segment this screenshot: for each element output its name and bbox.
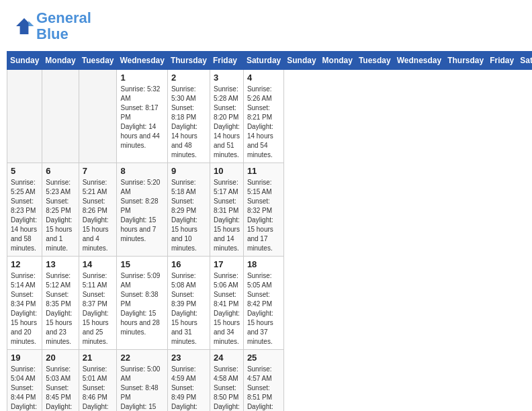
- calendar-cell: 19Sunrise: 5:04 AM Sunset: 8:44 PM Dayli…: [7, 350, 42, 411]
- day-number: 4: [247, 73, 280, 83]
- day-header-sunday: Sunday: [284, 52, 319, 70]
- day-header-friday: Friday: [210, 52, 243, 70]
- calendar-cell: 10Sunrise: 5:17 AM Sunset: 8:31 PM Dayli…: [210, 163, 243, 257]
- calendar-cell: 13Sunrise: 5:12 AM Sunset: 8:35 PM Dayli…: [42, 257, 79, 350]
- day-info: Sunrise: 5:11 AM Sunset: 8:37 PM Dayligh…: [83, 271, 114, 347]
- day-number: 17: [214, 259, 240, 269]
- calendar-week-2: 5Sunrise: 5:25 AM Sunset: 8:23 PM Daylig…: [7, 163, 533, 257]
- calendar-cell: 11Sunrise: 5:15 AM Sunset: 8:32 PM Dayli…: [243, 163, 283, 257]
- calendar-cell: 14Sunrise: 5:11 AM Sunset: 8:37 PM Dayli…: [79, 257, 117, 350]
- calendar-cell: 17Sunrise: 5:06 AM Sunset: 8:41 PM Dayli…: [210, 257, 243, 350]
- calendar-week-4: 19Sunrise: 5:04 AM Sunset: 8:44 PM Dayli…: [7, 350, 533, 411]
- day-info: Sunrise: 5:06 AM Sunset: 8:41 PM Dayligh…: [214, 271, 240, 347]
- calendar-cell: 7Sunrise: 5:21 AM Sunset: 8:26 PM Daylig…: [79, 163, 117, 257]
- calendar-cell: [7, 70, 42, 163]
- calendar-cell: 25Sunrise: 4:57 AM Sunset: 8:51 PM Dayli…: [243, 350, 283, 411]
- day-header-sunday: Sunday: [7, 52, 42, 70]
- day-info: Sunrise: 4:59 AM Sunset: 8:49 PM Dayligh…: [171, 365, 206, 411]
- day-number: 13: [46, 259, 75, 269]
- day-number: 12: [11, 259, 38, 269]
- day-header-wednesday: Wednesday: [394, 52, 444, 70]
- day-number: 19: [11, 353, 38, 363]
- day-header-saturday: Saturday: [243, 52, 283, 70]
- day-info: Sunrise: 5:21 AM Sunset: 8:26 PM Dayligh…: [83, 178, 114, 253]
- day-header-wednesday: Wednesday: [117, 52, 167, 70]
- day-info: Sunrise: 5:05 AM Sunset: 8:42 PM Dayligh…: [247, 271, 280, 347]
- calendar-header-row: SundayMondayTuesdayWednesdayThursdayFrid…: [7, 52, 533, 70]
- calendar-cell: 8Sunrise: 5:20 AM Sunset: 8:28 PM Daylig…: [117, 163, 167, 257]
- day-header-saturday: Saturday: [517, 52, 532, 70]
- day-header-monday: Monday: [319, 52, 355, 70]
- day-info: Sunrise: 5:18 AM Sunset: 8:29 PM Dayligh…: [171, 178, 206, 253]
- calendar-week-3: 12Sunrise: 5:14 AM Sunset: 8:34 PM Dayli…: [7, 257, 533, 350]
- day-info: Sunrise: 5:01 AM Sunset: 8:46 PM Dayligh…: [83, 365, 114, 411]
- day-info: Sunrise: 5:03 AM Sunset: 8:45 PM Dayligh…: [46, 365, 75, 411]
- day-number: 25: [247, 353, 280, 363]
- day-info: Sunrise: 5:12 AM Sunset: 8:35 PM Dayligh…: [46, 271, 75, 347]
- calendar-cell: 23Sunrise: 4:59 AM Sunset: 8:49 PM Dayli…: [167, 350, 210, 411]
- day-number: 21: [83, 353, 114, 363]
- day-info: Sunrise: 5:28 AM Sunset: 8:20 PM Dayligh…: [214, 85, 240, 160]
- calendar-cell: 2Sunrise: 5:30 AM Sunset: 8:18 PM Daylig…: [167, 70, 210, 163]
- day-number: 10: [214, 166, 240, 176]
- calendar-cell: 22Sunrise: 5:00 AM Sunset: 8:48 PM Dayli…: [117, 350, 167, 411]
- day-number: 5: [11, 166, 38, 176]
- day-number: 14: [83, 259, 114, 269]
- day-number: 23: [171, 353, 206, 363]
- day-header-monday: Monday: [42, 52, 79, 70]
- day-info: Sunrise: 5:26 AM Sunset: 8:21 PM Dayligh…: [247, 85, 280, 160]
- calendar-cell: 15Sunrise: 5:09 AM Sunset: 8:38 PM Dayli…: [117, 257, 167, 350]
- day-header-thursday: Thursday: [167, 52, 210, 70]
- day-number: 1: [120, 73, 163, 83]
- day-info: Sunrise: 5:32 AM Sunset: 8:17 PM Dayligh…: [120, 85, 163, 150]
- day-number: 22: [120, 353, 163, 363]
- day-info: Sunrise: 4:57 AM Sunset: 8:51 PM Dayligh…: [247, 365, 280, 411]
- calendar-cell: [79, 70, 117, 163]
- calendar-cell: 6Sunrise: 5:23 AM Sunset: 8:25 PM Daylig…: [42, 163, 79, 257]
- day-info: Sunrise: 5:00 AM Sunset: 8:48 PM Dayligh…: [120, 365, 163, 411]
- day-info: Sunrise: 5:30 AM Sunset: 8:18 PM Dayligh…: [171, 85, 206, 160]
- logo-text: General Blue: [36, 10, 91, 42]
- day-header-friday: Friday: [487, 52, 517, 70]
- calendar-cell: 3Sunrise: 5:28 AM Sunset: 8:20 PM Daylig…: [210, 70, 243, 163]
- calendar-cell: 12Sunrise: 5:14 AM Sunset: 8:34 PM Dayli…: [7, 257, 42, 350]
- svg-marker-1: [28, 21, 34, 26]
- day-info: Sunrise: 5:15 AM Sunset: 8:32 PM Dayligh…: [247, 178, 280, 253]
- calendar-cell: 1Sunrise: 5:32 AM Sunset: 8:17 PM Daylig…: [117, 70, 167, 163]
- day-number: 6: [46, 166, 75, 176]
- calendar-table: SundayMondayTuesdayWednesdayThursdayFrid…: [7, 51, 532, 411]
- day-info: Sunrise: 5:25 AM Sunset: 8:23 PM Dayligh…: [11, 178, 38, 253]
- calendar-cell: 9Sunrise: 5:18 AM Sunset: 8:29 PM Daylig…: [167, 163, 210, 257]
- calendar-cell: 4Sunrise: 5:26 AM Sunset: 8:21 PM Daylig…: [243, 70, 283, 163]
- day-number: 11: [247, 166, 280, 176]
- logo: General Blue: [13, 10, 91, 42]
- day-number: 20: [46, 353, 75, 363]
- day-header-thursday: Thursday: [445, 52, 487, 70]
- day-info: Sunrise: 5:23 AM Sunset: 8:25 PM Dayligh…: [46, 178, 75, 253]
- day-number: 18: [247, 259, 280, 269]
- calendar-cell: 20Sunrise: 5:03 AM Sunset: 8:45 PM Dayli…: [42, 350, 79, 411]
- day-info: Sunrise: 5:17 AM Sunset: 8:31 PM Dayligh…: [214, 178, 240, 253]
- day-info: Sunrise: 5:04 AM Sunset: 8:44 PM Dayligh…: [11, 365, 38, 411]
- day-info: Sunrise: 4:58 AM Sunset: 8:50 PM Dayligh…: [214, 365, 240, 411]
- calendar-cell: 16Sunrise: 5:08 AM Sunset: 8:39 PM Dayli…: [167, 257, 210, 350]
- day-number: 9: [171, 166, 206, 176]
- calendar-cell: 24Sunrise: 4:58 AM Sunset: 8:50 PM Dayli…: [210, 350, 243, 411]
- calendar-cell: 18Sunrise: 5:05 AM Sunset: 8:42 PM Dayli…: [243, 257, 283, 350]
- day-number: 15: [120, 259, 163, 269]
- day-info: Sunrise: 5:14 AM Sunset: 8:34 PM Dayligh…: [11, 271, 38, 347]
- calendar-cell: 21Sunrise: 5:01 AM Sunset: 8:46 PM Dayli…: [79, 350, 117, 411]
- day-info: Sunrise: 5:08 AM Sunset: 8:39 PM Dayligh…: [171, 271, 206, 347]
- day-number: 24: [214, 353, 240, 363]
- day-number: 8: [120, 166, 163, 176]
- calendar-cell: [42, 70, 79, 163]
- day-info: Sunrise: 5:09 AM Sunset: 8:38 PM Dayligh…: [120, 271, 163, 337]
- day-header-tuesday: Tuesday: [355, 52, 394, 70]
- calendar-week-1: 1Sunrise: 5:32 AM Sunset: 8:17 PM Daylig…: [7, 70, 533, 163]
- day-number: 2: [171, 73, 206, 83]
- day-header-tuesday: Tuesday: [79, 52, 117, 70]
- day-number: 16: [171, 259, 206, 269]
- day-number: 7: [83, 166, 114, 176]
- day-number: 3: [214, 73, 240, 83]
- logo-icon: [13, 15, 35, 37]
